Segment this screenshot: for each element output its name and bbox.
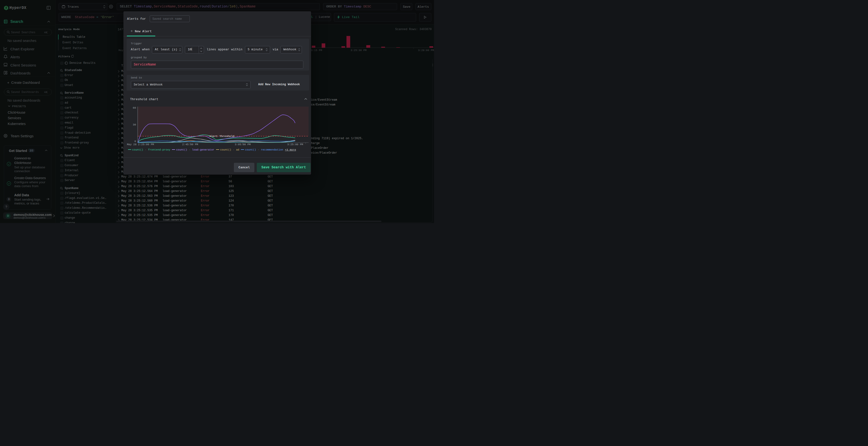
svg-text:30: 30	[133, 123, 136, 126]
svg-text:3:05:00 PM: 3:05:00 PM	[235, 143, 250, 146]
svg-text:3:25:00 PM: 3:25:00 PM	[287, 143, 303, 146]
svg-text:60: 60	[133, 106, 136, 109]
svg-text:0: 0	[134, 140, 136, 143]
svg-text:Alert Threshold: Alert Threshold	[209, 135, 235, 138]
svg-text:May 28 2:25:00 PM: May 28 2:25:00 PM	[127, 143, 154, 146]
svg-text:2:45:00 PM: 2:45:00 PM	[182, 143, 198, 146]
